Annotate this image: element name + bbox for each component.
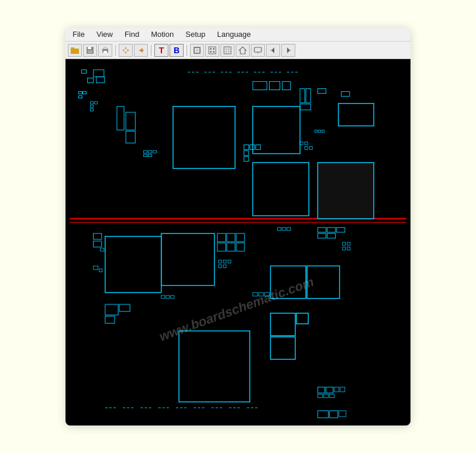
svg-rect-0 [71, 49, 79, 54]
svg-rect-1 [71, 47, 74, 49]
open-folder-btn[interactable] [68, 44, 82, 57]
menu-motion[interactable]: Motion [149, 29, 176, 39]
main-window: File View Find Motion Setup Language T B [65, 28, 411, 425]
pcb-schematic: www.boardschematic.com [65, 59, 411, 425]
svg-rect-15 [209, 47, 216, 54]
text-T-btn[interactable]: T [154, 44, 168, 57]
svg-rect-20 [224, 47, 231, 54]
menu-find[interactable]: Find [122, 29, 142, 39]
frame-btn[interactable] [190, 44, 204, 57]
svg-rect-33 [70, 59, 406, 425]
svg-marker-25 [239, 47, 246, 54]
home-btn[interactable] [236, 44, 250, 57]
menu-language[interactable]: Language [215, 29, 253, 39]
svg-marker-8 [125, 47, 127, 54]
toolbar: T B [65, 42, 411, 59]
svg-rect-4 [88, 50, 92, 53]
back-btn[interactable] [134, 44, 148, 57]
menu-bar: File View Find Motion Setup Language [65, 28, 411, 42]
svg-rect-26 [254, 47, 261, 52]
sep1 [115, 45, 116, 56]
svg-rect-16 [210, 48, 212, 50]
svg-rect-18 [210, 51, 212, 53]
menu-file[interactable]: File [70, 29, 87, 39]
text-B-btn[interactable]: B [170, 44, 184, 57]
display-btn[interactable] [251, 44, 265, 57]
svg-rect-3 [88, 47, 91, 49]
menu-setup[interactable]: Setup [183, 29, 208, 39]
cross-btn[interactable] [205, 44, 219, 57]
svg-rect-17 [213, 48, 215, 50]
move-btn[interactable] [119, 44, 133, 57]
svg-rect-6 [104, 47, 107, 49]
left-arrow-btn[interactable] [266, 44, 280, 57]
sep2 [151, 45, 151, 56]
save-btn[interactable] [83, 44, 97, 57]
right-arrow-btn[interactable] [281, 44, 295, 57]
print-btn[interactable] [98, 44, 112, 57]
canvas-area[interactable]: www.boardschematic.com [65, 59, 411, 425]
svg-marker-9 [122, 49, 129, 52]
svg-rect-68 [318, 163, 374, 219]
sep3 [187, 45, 187, 56]
grid-btn[interactable] [220, 44, 234, 57]
svg-rect-19 [213, 51, 215, 53]
svg-rect-7 [104, 51, 107, 53]
menu-view[interactable]: View [94, 29, 115, 39]
